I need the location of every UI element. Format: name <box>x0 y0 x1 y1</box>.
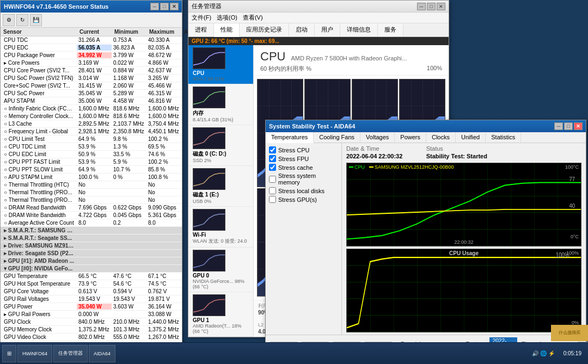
table-row[interactable]: GPU Clock 840.0 MHz 210.0 MHz 1,440.0 MH… <box>1 318 182 326</box>
stress-checkbox-2[interactable]: Stress cache <box>269 164 338 171</box>
tab-1[interactable]: 性能 <box>214 23 240 37</box>
table-row[interactable]: APU STAPM 35.006 W 4.458 W 46.816 W 35.6… <box>1 97 182 105</box>
sidebar-item-GPU 1[interactable]: GPU 1 AMD Radeon(T... 18% (66 °C) <box>188 292 253 337</box>
stability-window-controls: ─ □ ✕ <box>554 122 583 130</box>
sidebar-item-Wi-Fi[interactable]: Wi-Fi WLAN 发送: 0 接受: 24.0 <box>188 207 253 248</box>
hwinfo-col-sensor: Sensor <box>2 28 78 35</box>
table-row[interactable]: CPU EDC 56.035 A 36.823 A 82.035 A 60.51… <box>1 44 182 52</box>
taskman-minimize-btn[interactable]: ─ <box>417 3 426 10</box>
hwinfo-settings-icon[interactable]: ⚙ <box>3 14 15 26</box>
hwinfo-refresh-icon[interactable]: ↻ <box>16 14 28 26</box>
table-row[interactable]: GPU Core Voltage 0.613 V 0.594 V 0.762 V… <box>1 288 182 295</box>
table-row[interactable]: CPU Package Power 34.992 W 3.799 W 48.67… <box>1 52 182 59</box>
stability-charts: CPU SAMSUNG MZVL2512HCJQ-00B00 100°C 0°C <box>346 163 581 332</box>
stability-tab-1[interactable]: Cooling Fans <box>314 132 360 143</box>
taskman-menu-options[interactable]: 选项(O) <box>217 14 237 22</box>
table-row[interactable]: ▾ GPU [#0]: NVIDIA GeFo... <box>1 265 182 273</box>
stability-tab-3[interactable]: Powers <box>395 132 426 143</box>
svg-text:100%: 100% <box>556 250 569 259</box>
table-row[interactable]: ▸ GPU [#1]: AMD Radeon ... <box>1 257 182 265</box>
table-row[interactable]: ○ Thermal Throttling (PRO... No No <box>1 189 182 196</box>
table-row[interactable]: Core+SoC Power (SVI2 T... 31.415 W 2.060… <box>1 82 182 90</box>
cpu-usage-text: 60 秒内的利用率 % 100% <box>260 65 442 73</box>
table-row[interactable]: ○ Average Active Core Count 8.0 0.2 8.0 … <box>1 219 182 227</box>
tab-5[interactable]: 详细信息 <box>340 23 378 36</box>
stability-tab-0[interactable]: Temperatures <box>266 132 314 143</box>
taskman-maximize-btn[interactable]: □ <box>427 3 436 10</box>
cpu-usage-chart-title: CPU Usage <box>449 250 479 256</box>
table-row[interactable]: CPU TDC 31.266 A 0.753 A 40.330 A 31.305… <box>1 36 182 44</box>
stress-checkbox-1[interactable]: Stress FPU <box>269 155 338 162</box>
stability-tab-5[interactable]: Unified <box>456 132 486 143</box>
stability-close-btn[interactable]: ✕ <box>574 122 583 130</box>
taskbar-taskman-btn[interactable]: 任务管理器 <box>53 345 88 362</box>
stability-chart-legend: CPU SAMSUNG MZVL2512HCJQ-00B00 <box>349 164 454 170</box>
table-row[interactable]: GPU Temperature 66.5 °C 47.6 °C 67.1 °C … <box>1 273 182 280</box>
table-row[interactable]: ▸ S.M.A.R.T.: Seagate SS... <box>1 235 182 242</box>
stress-checkbox-5[interactable]: Stress GPU(s) <box>269 196 338 203</box>
stability-temp-chart: CPU SAMSUNG MZVL2512HCJQ-00B00 100°C 0°C <box>346 163 581 246</box>
table-row[interactable]: CPU SoC Power (SVI2 TFN) 3.014 W 1.168 W… <box>1 75 182 82</box>
table-row[interactable]: GPU Hot Spot Temperature 73.9 °C 54.6 °C… <box>1 280 182 288</box>
stress-checkbox-4[interactable]: Stress local disks <box>269 187 338 194</box>
stability-datetime-value: 2022-06-04 22:00:32 <box>346 153 422 159</box>
taskman-menu-file[interactable]: 文件(F) <box>192 14 211 22</box>
stability-minimize-btn[interactable]: ─ <box>554 122 563 130</box>
stability-body: Stress CPUStress FPUStress cacheStress s… <box>266 143 586 335</box>
table-row[interactable]: ○ Infinity Fabric Clock (FCLK) 1,600.0 M… <box>1 105 182 113</box>
table-row[interactable]: ○ CPU TDC Limit 53.9 % 1.3 % 69.5 % 54.0… <box>1 143 182 151</box>
table-row[interactable]: ○ CPU PPT FAST Limit 53.9 % 5.9 % 100.2 … <box>1 158 182 166</box>
table-row[interactable]: ▸ GPU Rail Powers 0.000 W 33.088 W <box>1 311 182 318</box>
table-row[interactable]: ○ Memory Controller Clock... 1,600.0 MHz… <box>1 113 182 120</box>
hwinfo-maximize-btn[interactable]: □ <box>160 3 169 10</box>
stability-right-panel: Date & Time 2022-06-04 22:00:32 Status S… <box>342 143 586 335</box>
taskbar: ⊞ HWiNFO64 任务管理器 AIDA64 🔊 🌐 ⚡ 0:05:19 <box>0 342 588 364</box>
table-row[interactable]: ○ CPU Limit Test 64.9 % 9.8 % 100.2 % 65… <box>1 135 182 143</box>
table-row[interactable]: CPU Core Power (SVI2 T... 28.401 W 0.884… <box>1 67 182 75</box>
table-row[interactable]: ○ DRAM Read Bandwidth 7.696 Gbps 0.622 G… <box>1 204 182 212</box>
table-row[interactable]: GPU Power 35.040 W 3.603 W 36.164 W 32.8… <box>1 303 182 311</box>
stability-maximize-btn[interactable]: □ <box>564 122 573 130</box>
table-row[interactable]: ▸ S.M.A.R.T.: SAMSUNG M... <box>1 227 182 235</box>
hwinfo-save-icon[interactable]: 💾 <box>30 14 42 26</box>
table-row[interactable]: ○ DRAM Write Bandwidth 4.722 Gbps 0.045 … <box>1 212 182 219</box>
table-row[interactable]: ○ Thermal Throttling (PRO... No No <box>1 196 182 204</box>
sidebar-item-内存[interactable]: 内存 8.4/15.4 GB (31%) <box>188 84 253 125</box>
taskbar-hwinfo-btn[interactable]: HWiNFO64 <box>17 345 52 362</box>
taskman-menu-view[interactable]: 查看(V) <box>243 14 263 22</box>
tab-2[interactable]: 应用历史记录 <box>240 23 289 36</box>
sidebar-item-GPU 0[interactable]: GPU 0 NVIDIA GeForce... 98% (66 °C) <box>188 248 253 292</box>
table-row[interactable]: ○ Frequency Limit - Global 2,928.1 MHz 2… <box>1 128 182 135</box>
taskbar-aida-btn[interactable]: AIDA64 <box>89 345 115 362</box>
table-row[interactable]: ○ L3 Cache 2,892.5 MHz 2,103.7 MHz 3,750… <box>1 120 182 128</box>
table-row[interactable]: ○ CPU EDC Limit 50.9 % 33.5 % 74.6 % 55.… <box>1 151 182 158</box>
table-row[interactable]: GPU Video Clock 802.0 MHz 555.0 MHz 1,26… <box>1 334 182 341</box>
table-row[interactable]: ▸ Drive: SAMSUNG MZ91 25... <box>1 242 182 250</box>
table-row[interactable]: GPU Rail Voltages 19.543 V 19.543 V 19.8… <box>1 295 182 303</box>
taskman-close-btn[interactable]: ✕ <box>437 3 445 10</box>
tab-3[interactable]: 启动 <box>289 23 315 36</box>
table-row[interactable]: ○ APU STAPM Limit 100.0 % 0 % 100.8 % 94… <box>1 174 182 181</box>
tab-0[interactable]: 进程 <box>188 23 214 36</box>
table-row[interactable]: GPU Memory Clock 1,375.2 MHz 101.3 MHz 1… <box>1 326 182 334</box>
stability-tab-2[interactable]: Voltages <box>360 132 395 143</box>
sidebar-item-CPU[interactable]: CPU 90% 2.88 GHz <box>188 45 253 84</box>
table-row[interactable]: ▸ Drive: Seagate SSD (P2... <box>1 250 182 257</box>
table-row[interactable]: ○ CPU PPT SLOW Limit 64.9 % 10.7 % 85.8 … <box>1 166 182 174</box>
tab-4[interactable]: 用户 <box>315 23 340 36</box>
taskbar-start-btn[interactable]: ⊞ <box>2 345 16 362</box>
tab-6[interactable]: 服务 <box>378 23 403 36</box>
hwinfo-minimize-btn[interactable]: ─ <box>150 3 159 10</box>
stress-checkbox-3[interactable]: Stress system memory <box>269 172 338 186</box>
table-row[interactable]: CPU SoC Power 35.045 W 5.289 W 46.315 W … <box>1 90 182 97</box>
table-row[interactable]: ▸ Core Powers 3.169 W 0.022 W 4.866 W 3.… <box>1 59 182 67</box>
hwinfo-toolbar: ⚙ ↻ 💾 <box>1 13 182 28</box>
table-row[interactable]: ○ Thermal Throttling (HTC) No No <box>1 181 182 189</box>
stability-tab-4[interactable]: Clocks <box>426 132 456 143</box>
stability-tab-6[interactable]: Statistics <box>486 132 521 143</box>
sidebar-item-磁盘 1 (E:)[interactable]: 磁盘 1 (E:) USB 0% <box>188 166 253 207</box>
hwinfo-close-btn[interactable]: ✕ <box>170 3 179 10</box>
stress-checkbox-0[interactable]: Stress CPU <box>269 146 338 153</box>
stability-tabs: TemperaturesCooling FansVoltagesPowersCl… <box>266 132 586 143</box>
sidebar-item-磁盘 0 (C: D:)[interactable]: 磁盘 0 (C: D:) SSD 2% <box>188 125 253 166</box>
